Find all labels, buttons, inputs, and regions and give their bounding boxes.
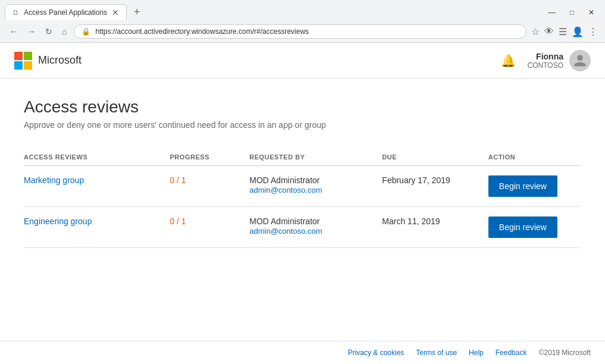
cell-requested-1: MOD Administrator admin@contoso.com bbox=[249, 207, 382, 248]
new-tab-button[interactable]: + bbox=[129, 4, 145, 21]
window-controls: — □ ✕ bbox=[543, 6, 600, 19]
reviews-table: ACCESS REVIEWS PROGRESS REQUESTED BY DUE… bbox=[24, 149, 581, 248]
footer-link-feedback[interactable]: Feedback bbox=[496, 349, 527, 357]
lock-icon: 🔒 bbox=[81, 27, 90, 36]
ms-square-red bbox=[14, 52, 23, 60]
page-subtitle: Approve or deny one or more users' conti… bbox=[24, 120, 581, 130]
menu-icon[interactable]: ⋮ bbox=[588, 26, 598, 37]
cell-name-0: Marketing group bbox=[24, 166, 170, 207]
table-row: Engineering group 0 / 1 MOD Administrato… bbox=[24, 207, 581, 248]
progress-text-1: 0 / 1 bbox=[170, 216, 186, 226]
title-bar: 🗋 Access Panel Applications ✕ + — □ ✕ bbox=[0, 0, 605, 21]
tab-close-button[interactable]: ✕ bbox=[112, 8, 119, 17]
requester-email-1[interactable]: admin@contoso.com bbox=[249, 227, 322, 236]
user-org: CONTOSO bbox=[528, 61, 563, 70]
user-info: Fionna CONTOSO bbox=[528, 50, 591, 71]
avatar[interactable] bbox=[569, 50, 591, 71]
ms-square-blue bbox=[14, 61, 23, 70]
ms-logo: Microsoft bbox=[14, 52, 81, 70]
ms-square-yellow bbox=[24, 61, 32, 70]
cell-requested-0: MOD Administrator admin@contoso.com bbox=[249, 166, 382, 207]
app-content: Microsoft 🔔 Fionna CONTOSO Access review… bbox=[0, 43, 605, 364]
review-link-0[interactable]: Marketing group bbox=[24, 175, 84, 185]
table-header: ACCESS REVIEWS PROGRESS REQUESTED BY DUE… bbox=[24, 149, 581, 166]
ms-logo-text: Microsoft bbox=[38, 54, 81, 67]
progress-text-0: 0 / 1 bbox=[170, 175, 186, 185]
col-header-progress: PROGRESS bbox=[170, 149, 249, 166]
browser-tab[interactable]: 🗋 Access Panel Applications ✕ bbox=[5, 4, 127, 20]
col-header-name: ACCESS REVIEWS bbox=[24, 149, 170, 166]
favorites-icon[interactable]: ☆ bbox=[531, 26, 540, 37]
tab-title: Access Panel Applications bbox=[24, 8, 107, 17]
table-body: Marketing group 0 / 1 MOD Administrator … bbox=[24, 166, 581, 248]
cell-due-1: March 11, 2019 bbox=[382, 207, 488, 248]
address-actions: ☆ 👁 ☰ 👤 ⋮ bbox=[531, 26, 598, 37]
avatar-icon bbox=[573, 54, 587, 68]
read-mode-icon[interactable]: 👁 bbox=[544, 26, 554, 37]
cell-progress-1: 0 / 1 bbox=[170, 207, 249, 248]
user-name: Fionna bbox=[528, 52, 563, 61]
tab-icon: 🗋 bbox=[12, 9, 19, 16]
back-button[interactable]: ← bbox=[7, 24, 20, 39]
col-header-requested: REQUESTED BY bbox=[249, 149, 382, 166]
footer-link-help[interactable]: Help bbox=[469, 349, 484, 357]
review-link-1[interactable]: Engineering group bbox=[24, 216, 92, 226]
app-footer: Privacy & cookies Terms of use Help Feed… bbox=[0, 341, 605, 364]
due-date-1: March 11, 2019 bbox=[382, 216, 440, 226]
col-header-action: ACTION bbox=[488, 149, 581, 166]
ms-squares bbox=[14, 52, 32, 70]
cell-name-1: Engineering group bbox=[24, 207, 170, 248]
profile-icon[interactable]: 👤 bbox=[572, 26, 584, 37]
notification-icon[interactable]: 🔔 bbox=[501, 54, 516, 68]
cell-progress-0: 0 / 1 bbox=[170, 166, 249, 207]
url-text: https://account.activedirectory.windowsa… bbox=[95, 27, 519, 36]
forward-button[interactable]: → bbox=[25, 24, 38, 39]
maximize-button[interactable]: □ bbox=[564, 6, 580, 19]
footer-copyright: ©2019 Microsoft bbox=[538, 349, 591, 357]
cell-due-0: February 17, 2019 bbox=[382, 166, 488, 207]
app-header: Microsoft 🔔 Fionna CONTOSO bbox=[0, 43, 605, 79]
begin-review-button-1[interactable]: Begin review bbox=[488, 216, 557, 238]
url-box[interactable]: 🔒 https://account.activedirectory.window… bbox=[74, 24, 526, 39]
footer-link-privacy[interactable]: Privacy & cookies bbox=[348, 349, 405, 357]
col-header-due: DUE bbox=[382, 149, 488, 166]
minimize-button[interactable]: — bbox=[543, 6, 562, 19]
hub-icon[interactable]: ☰ bbox=[559, 26, 567, 37]
address-bar: ← → ↻ ⌂ 🔒 https://account.activedirector… bbox=[0, 21, 605, 42]
cell-action-1: Begin review bbox=[488, 207, 581, 248]
refresh-button[interactable]: ↻ bbox=[43, 24, 55, 39]
requester-name-0: MOD Administrator bbox=[249, 175, 372, 185]
requester-email-0[interactable]: admin@contoso.com bbox=[249, 186, 322, 194]
begin-review-button-0[interactable]: Begin review bbox=[488, 175, 557, 197]
ms-square-green bbox=[24, 52, 32, 60]
page-title: Access reviews bbox=[24, 98, 581, 117]
requester-name-1: MOD Administrator bbox=[249, 216, 372, 226]
main-content: Access reviews Approve or deny one or mo… bbox=[0, 79, 605, 341]
home-button[interactable]: ⌂ bbox=[59, 24, 69, 39]
cell-action-0: Begin review bbox=[488, 166, 581, 207]
table-row: Marketing group 0 / 1 MOD Administrator … bbox=[24, 166, 581, 207]
due-date-0: February 17, 2019 bbox=[382, 175, 450, 185]
close-button[interactable]: ✕ bbox=[582, 6, 600, 19]
browser-chrome: 🗋 Access Panel Applications ✕ + — □ ✕ ← … bbox=[0, 0, 605, 43]
footer-link-terms[interactable]: Terms of use bbox=[416, 349, 457, 357]
user-details: Fionna CONTOSO bbox=[528, 52, 563, 70]
